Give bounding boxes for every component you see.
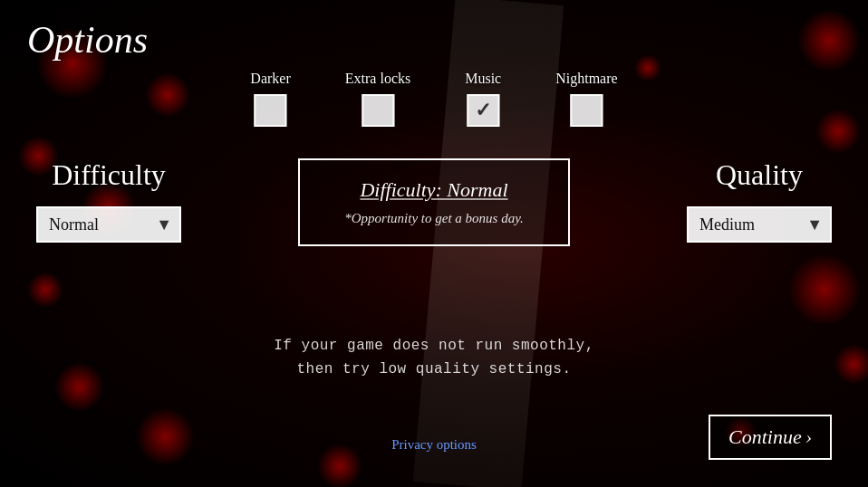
darker-label: Darker xyxy=(250,71,290,87)
continue-label: Continue xyxy=(728,425,802,449)
checkbox-item-music: Music xyxy=(465,71,501,127)
perf-hint-line2: then try low quality settings. xyxy=(296,361,571,377)
difficulty-info-title: Difficulty: Normal xyxy=(327,178,541,202)
quality-select[interactable]: Low Medium High xyxy=(687,206,832,243)
difficulty-dropdown-wrapper: Easy Normal Hard Nightmare ▼ xyxy=(36,206,181,243)
page-title: Options xyxy=(27,18,148,62)
checkbox-item-darker: Darker xyxy=(250,71,290,127)
quality-title: Quality xyxy=(716,158,803,192)
difficulty-info-desc: *Opportunity to get a bonus day. xyxy=(327,211,541,226)
difficulty-section: Difficulty Easy Normal Hard Nightmare ▼ xyxy=(27,158,190,243)
nightmare-checkbox[interactable] xyxy=(570,94,603,127)
perf-hint-line1: If your game does not run smoothly, xyxy=(274,338,594,354)
performance-hint: If your game does not run smoothly, then… xyxy=(274,335,594,381)
privacy-options-link[interactable]: Privacy options xyxy=(391,437,477,453)
checkbox-item-nightmare: Nightmare xyxy=(555,71,617,127)
middle-section: Difficulty Easy Normal Hard Nightmare ▼ … xyxy=(0,158,868,246)
privacy-label: Privacy options xyxy=(391,437,477,452)
music-checkbox[interactable] xyxy=(467,94,499,127)
extra-locks-checkbox[interactable] xyxy=(362,94,394,127)
quality-dropdown-wrapper: Low Medium High ▼ xyxy=(687,206,832,243)
darker-checkbox[interactable] xyxy=(255,94,287,127)
difficulty-title: Difficulty xyxy=(52,158,166,192)
main-content: Options Darker Extra locks Music Nightma… xyxy=(0,0,868,487)
music-label: Music xyxy=(465,71,501,87)
quality-section: Quality Low Medium High ▼ xyxy=(678,158,841,243)
continue-button[interactable]: Continue › xyxy=(709,415,832,460)
checkboxes-row: Darker Extra locks Music Nightmare xyxy=(250,71,617,127)
checkbox-item-extra-locks: Extra locks xyxy=(345,71,410,127)
extra-locks-label: Extra locks xyxy=(345,71,410,87)
difficulty-info-box: Difficulty: Normal *Opportunity to get a… xyxy=(298,158,570,246)
nightmare-label: Nightmare xyxy=(555,71,617,87)
continue-arrow-icon: › xyxy=(805,425,812,449)
difficulty-select[interactable]: Easy Normal Hard Nightmare xyxy=(36,206,181,243)
